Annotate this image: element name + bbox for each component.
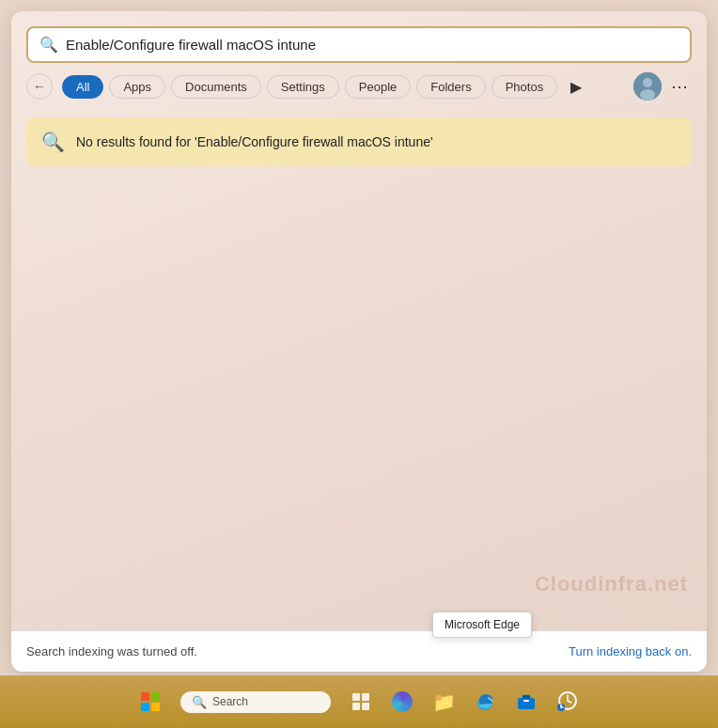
no-results-banner: 🔍 No results found for 'Enable/Configure…	[26, 117, 692, 166]
start-button[interactable]	[132, 683, 169, 720]
tab-photos[interactable]: Photos	[492, 75, 557, 99]
svg-rect-5	[352, 703, 360, 710]
back-button[interactable]: ←	[26, 73, 53, 100]
windows-logo-icon	[141, 692, 160, 711]
more-tabs-button[interactable]: ▶	[563, 73, 589, 100]
taskbar: 🔍 Search 📁	[0, 675, 718, 728]
status-bar: Search indexing was turned off. Turn ind…	[11, 630, 707, 672]
svg-rect-4	[362, 693, 369, 701]
taskbar-search-label: Search	[212, 695, 248, 708]
file-explorer-button[interactable]: 📁	[425, 683, 462, 720]
indexing-status-text: Search indexing was turned off.	[26, 644, 197, 658]
svg-rect-3	[352, 693, 360, 701]
tab-people[interactable]: People	[345, 75, 411, 99]
taskbar-search-box: 🔍 Search	[180, 691, 331, 713]
task-view-icon	[351, 691, 371, 712]
tab-all[interactable]: All	[62, 75, 103, 99]
file-explorer-icon: 📁	[432, 690, 456, 713]
edge-button[interactable]	[466, 683, 504, 720]
no-results-search-icon: 🔍	[41, 131, 65, 153]
tab-documents[interactable]: Documents	[171, 75, 261, 99]
svg-rect-10	[523, 700, 529, 702]
avatar[interactable]	[633, 72, 662, 101]
svg-point-1	[643, 78, 652, 87]
toolbox-icon	[516, 690, 537, 714]
svg-rect-9	[523, 695, 530, 699]
task-view-button[interactable]	[342, 683, 380, 720]
edge-tooltip: Microsoft Edge	[432, 612, 532, 638]
svg-rect-6	[362, 703, 369, 710]
tab-folders[interactable]: Folders	[416, 75, 485, 99]
svg-point-2	[640, 89, 655, 101]
svg-line-13	[568, 701, 571, 703]
search-input[interactable]	[66, 37, 679, 53]
watermark: Cloudinfra.net	[535, 572, 688, 596]
svg-rect-8	[518, 698, 535, 709]
more-options-button[interactable]: ⋯	[667, 76, 692, 97]
tab-settings[interactable]: Settings	[267, 75, 339, 99]
filter-tabs: ← All Apps Documents Settings People Fol…	[11, 63, 707, 110]
no-results-text: No results found for 'Enable/Configure f…	[76, 134, 433, 149]
copilot-icon	[392, 691, 413, 712]
toolbox-button[interactable]	[507, 683, 545, 720]
search-icon: 🔍	[39, 36, 58, 54]
search-window: 🔍 ← All Apps Documents Settings People F…	[11, 11, 707, 672]
tab-apps[interactable]: Apps	[109, 75, 165, 99]
taskbar-search-icon: 🔍	[192, 695, 207, 709]
clock-history-button[interactable]	[549, 683, 586, 720]
search-bar: 🔍	[26, 26, 692, 63]
edge-icon	[475, 691, 495, 712]
copilot-button[interactable]	[383, 683, 421, 720]
taskbar-center: 🔍 Search 📁	[132, 683, 586, 720]
clock-icon	[557, 690, 578, 714]
taskbar-search-button[interactable]: 🔍 Search	[173, 683, 338, 720]
turn-indexing-on-link[interactable]: Turn indexing back on.	[569, 644, 692, 658]
